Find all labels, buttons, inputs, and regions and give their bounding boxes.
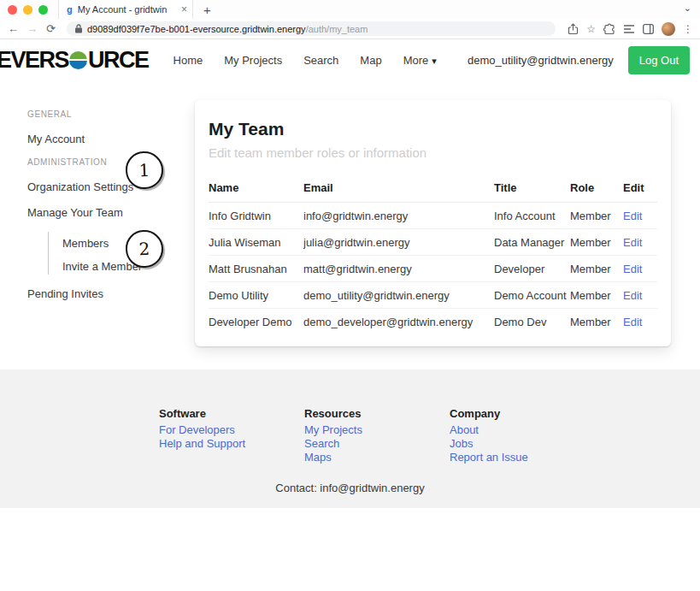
cell-role: Member xyxy=(570,282,623,309)
logo-globe-icon xyxy=(69,51,87,69)
back-icon[interactable]: ← xyxy=(7,22,20,35)
sidebar-item-my-account[interactable]: My Account xyxy=(27,133,181,145)
footer-link-my-projects[interactable]: My Projects xyxy=(304,423,450,437)
user-email: demo_utility@gridtwin.energy xyxy=(468,54,614,67)
footer-link-jobs[interactable]: Jobs xyxy=(450,437,595,451)
browser-tabstrip: g My Account - gridtwin × + ⌄ xyxy=(0,0,700,19)
cell-email: julia@gridtwin.energy xyxy=(303,229,494,256)
page-title: My Team xyxy=(209,119,657,139)
cell-email: info@gridtwin.energy xyxy=(303,203,494,229)
new-tab-button[interactable]: + xyxy=(203,3,211,16)
main-nav: Home My Projects Search Map More▾ xyxy=(174,54,437,67)
footer-column-resources: Resources My Projects Search Maps xyxy=(304,407,450,464)
eversource-logo[interactable]: EVERSURCE xyxy=(0,47,149,74)
forward-icon[interactable]: → xyxy=(26,22,38,35)
sidebar: GENERAL My Account ADMINISTRATION Organi… xyxy=(0,80,181,300)
footer-heading: Company xyxy=(450,407,595,420)
browser-tab[interactable]: g My Account - gridtwin × xyxy=(58,0,193,19)
tab-title: My Account - gridtwin xyxy=(78,4,176,15)
browser-menu-dots-icon[interactable]: ⋮ xyxy=(683,23,693,35)
nav-more[interactable]: More▾ xyxy=(403,54,437,67)
footer-link-help-and-support[interactable]: Help and Support xyxy=(159,437,304,451)
footer-link-for-developers[interactable]: For Developers xyxy=(159,423,304,437)
bookmark-star-icon[interactable]: ☆ xyxy=(586,23,596,35)
footer-column-company: Company About Jobs Report an Issue xyxy=(450,407,595,464)
team-table: Name Email Title Role Edit Info Gridtwin… xyxy=(209,173,657,334)
cell-role: Member xyxy=(570,309,623,335)
cell-title: Demo Account xyxy=(494,282,570,309)
nav-my-projects[interactable]: My Projects xyxy=(224,54,282,67)
my-team-card: My Team Edit team member roles or inform… xyxy=(195,100,671,346)
logout-button[interactable]: Log Out xyxy=(628,46,690,74)
edit-link[interactable]: Edit xyxy=(623,263,642,275)
edit-link[interactable]: Edit xyxy=(623,289,642,302)
edit-link[interactable]: Edit xyxy=(623,236,642,249)
footer-link-report-an-issue[interactable]: Report an Issue xyxy=(450,451,595,464)
table-row: Info Gridtwin info@gridtwin.energy Info … xyxy=(209,203,657,229)
table-header-row: Name Email Title Role Edit xyxy=(209,173,657,203)
col-header-name: Name xyxy=(209,173,303,203)
cell-name: Matt Brusnahan xyxy=(209,256,303,282)
cell-role: Member xyxy=(570,256,623,282)
cell-name: Demo Utility xyxy=(209,282,303,309)
footer-heading: Resources xyxy=(304,407,450,420)
cell-title: Info Account xyxy=(494,203,570,229)
share-icon[interactable] xyxy=(568,23,579,35)
cell-title: Demo Dev xyxy=(494,309,570,335)
page-footer: Software For Developers Help and Support… xyxy=(0,369,700,508)
reload-icon[interactable]: ⟳ xyxy=(44,22,57,35)
col-header-email: Email xyxy=(303,173,494,203)
window-controls xyxy=(0,5,58,15)
cell-email: demo_utility@gridtwin.energy xyxy=(303,282,494,309)
browser-profile-avatar[interactable] xyxy=(662,22,675,36)
cell-title: Developer xyxy=(494,256,570,282)
lock-icon xyxy=(74,24,83,33)
contact-line: Contact: info@gridtwin.energy xyxy=(0,482,700,494)
browser-toolbar: ← → ⟳ d9089df039f7e7be-b001-eversource.g… xyxy=(0,19,700,39)
cell-title: Data Manager xyxy=(494,229,570,256)
nav-home[interactable]: Home xyxy=(174,54,203,67)
col-header-title: Title xyxy=(494,173,570,203)
tab-favicon-icon: g xyxy=(67,4,73,15)
table-row: Developer Demo demo_developer@gridtwin.e… xyxy=(209,309,657,335)
footer-link-maps[interactable]: Maps xyxy=(304,451,450,464)
side-panel-icon[interactable] xyxy=(643,24,654,34)
edit-link[interactable]: Edit xyxy=(623,210,642,222)
tab-close-icon[interactable]: × xyxy=(181,3,187,15)
url-text: d9089df039f7e7be-b001-eversource.gridtwi… xyxy=(87,24,368,34)
sidebar-item-members[interactable]: Members xyxy=(62,237,181,250)
footer-heading: Software xyxy=(159,407,304,420)
zoom-window-button[interactable] xyxy=(38,5,48,15)
logo-text-right: URCE xyxy=(88,47,149,74)
table-row: Demo Utility demo_utility@gridtwin.energ… xyxy=(209,282,657,309)
footer-link-search[interactable]: Search xyxy=(304,437,450,451)
cell-role: Member xyxy=(570,203,623,229)
page-content: GENERAL My Account ADMINISTRATION Organi… xyxy=(0,80,700,346)
table-row: Matt Brusnahan matt@gridtwin.energy Deve… xyxy=(209,256,657,282)
footer-column-software: Software For Developers Help and Support xyxy=(159,407,304,464)
close-window-button[interactable] xyxy=(8,5,17,15)
tab-search-chevron-icon[interactable]: ⌄ xyxy=(684,3,691,14)
edit-link[interactable]: Edit xyxy=(623,316,642,328)
col-header-role: Role xyxy=(570,173,623,203)
nav-search[interactable]: Search xyxy=(303,54,338,67)
cell-name: Developer Demo xyxy=(209,309,303,335)
nav-map[interactable]: Map xyxy=(360,54,381,67)
extensions-puzzle-icon[interactable] xyxy=(603,23,615,35)
footer-link-about[interactable]: About xyxy=(450,423,595,437)
logo-text-left: EVERS xyxy=(0,47,68,74)
sidebar-item-manage-your-team[interactable]: Manage Your Team xyxy=(27,206,181,219)
cell-name: Info Gridtwin xyxy=(209,203,303,229)
cell-role: Member xyxy=(570,229,623,256)
table-row: Julia Wiseman julia@gridtwin.energy Data… xyxy=(209,229,657,256)
sidebar-heading-general: GENERAL xyxy=(27,109,181,119)
cell-email: matt@gridtwin.energy xyxy=(303,256,494,282)
sidebar-item-pending-invites[interactable]: Pending Invites xyxy=(27,287,181,300)
reading-list-icon[interactable] xyxy=(623,24,635,34)
page-subtitle: Edit team member roles or information xyxy=(209,145,657,160)
minimize-window-button[interactable] xyxy=(23,5,32,15)
address-bar[interactable]: d9089df039f7e7be-b001-eversource.gridtwi… xyxy=(67,21,556,36)
sidebar-item-invite-a-member[interactable]: Invite a Member xyxy=(62,260,181,273)
cell-email: demo_developer@gridtwin.energy xyxy=(303,309,494,335)
app-header: EVERSURCE Home My Projects Search Map Mo… xyxy=(0,39,700,80)
